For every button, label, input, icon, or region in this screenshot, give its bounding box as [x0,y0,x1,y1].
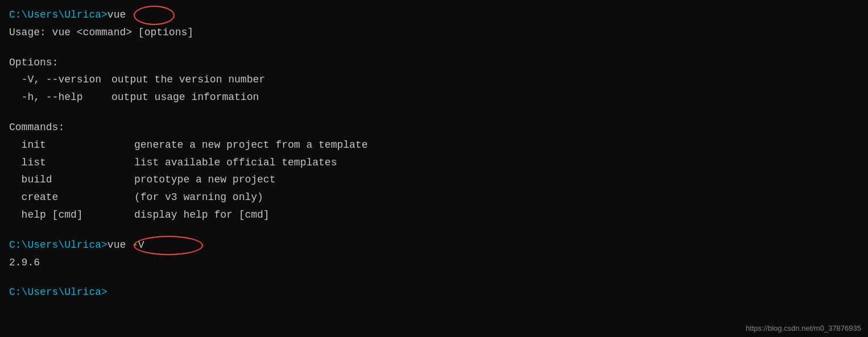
command-line-1: C:\Users\Ulrica>vue [9,7,859,23]
cmd-create-name: create [9,189,134,206]
version-output-line: 2.9.6 [9,255,859,271]
cmd-init-name: init [9,137,134,153]
usage-line: Usage: vue <command> [options] [9,24,859,41]
cmd-list-name: list [9,155,134,171]
usage-text: Usage: vue <command> [options] [9,24,193,41]
prompt-2: C:\Users\Ulrica> [9,237,108,253]
option-version-flags: -V, --version [9,72,111,88]
version-number: 2.9.6 [9,255,40,271]
final-prompt-line: C:\Users\Ulrica> [9,284,859,301]
option-help-flags: -h, --help [9,89,111,106]
command-build-line: buildprototype a new project [9,172,859,188]
option-help-line: -h, --help output usage information [9,89,859,106]
options-header: Options: [9,55,859,71]
prompt-3: C:\Users\Ulrica> [9,284,108,301]
command-line-2: C:\Users\Ulrica>vue -V [9,237,859,253]
cmd-help-name: help [cmd] [9,207,134,223]
circle-annotation-1 [134,6,175,25]
command-list-line: listlist available official templates [9,155,859,171]
options-label: Options: [9,55,58,71]
blank-4 [9,272,859,284]
cmd-build-desc: prototype a new project [134,172,275,188]
terminal-window: C:\Users\Ulrica>vue Usage: vue <command>… [0,0,868,309]
blank-1 [9,42,859,55]
option-version-line: -V, --versionoutput the version number [9,72,859,88]
prompt-1: C:\Users\Ulrica> [9,7,108,23]
cmd-help-desc: display help for [cmd] [134,207,270,223]
command-help-line: help [cmd]display help for [cmd] [9,207,859,223]
option-help-desc: output usage information [111,89,259,106]
command-vue-v: vue -V [108,237,144,253]
command-init-line: initgenerate a new project from a templa… [9,137,859,153]
commands-label: Commands: [9,119,64,136]
blank-3 [9,224,859,237]
cmd-create-desc: (for v3 warning only) [134,189,263,206]
option-version-desc: output the version number [111,72,265,88]
commands-header: Commands: [9,119,859,136]
cmd-init-desc: generate a new project from a template [134,137,367,153]
watermark: https://blog.csdn.net/m0_37876935 [746,324,861,332]
cmd-list-desc: list available official templates [134,155,337,171]
cmd-build-name: build [9,172,134,188]
command-vue: vue [108,7,126,23]
command-create-line: create(for v3 warning only) [9,189,859,206]
blank-2 [9,107,859,119]
